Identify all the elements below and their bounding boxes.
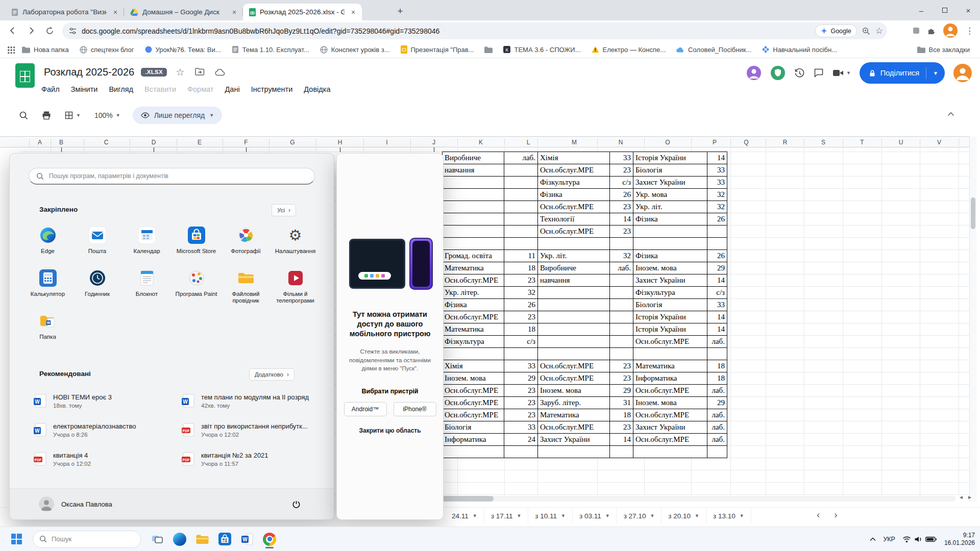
tab-close-icon[interactable]: × (349, 8, 358, 17)
browser-profile-avatar[interactable] (943, 23, 958, 38)
cell[interactable]: с/з (504, 336, 538, 348)
menu-item[interactable]: Дані (219, 82, 246, 96)
cell[interactable]: навчання (538, 274, 610, 287)
menu-item[interactable]: Змінити (65, 82, 104, 96)
bookmark-item[interactable]: Урок№76. Тема: Ви... (145, 46, 221, 54)
cell[interactable]: 33 (504, 421, 538, 434)
app-tile[interactable]: Файловий провідник (221, 266, 271, 309)
cell[interactable] (610, 323, 633, 336)
cell[interactable]: Математика (443, 323, 504, 336)
cell[interactable] (538, 336, 610, 348)
taskbar-task-view[interactable] (147, 529, 167, 549)
cell[interactable]: Інозем. мова (538, 385, 610, 397)
cell[interactable]: Фізика (633, 213, 707, 226)
device-button[interactable]: Android™ (344, 402, 387, 416)
cell[interactable]: 18 (707, 372, 727, 385)
browser-tab[interactable]: Лабораторна робота "Визнач× (5, 4, 124, 20)
cell[interactable]: 26 (707, 250, 727, 262)
column-header[interactable]: M (572, 137, 577, 148)
cell[interactable]: 29 (707, 262, 727, 274)
sheets-logo[interactable] (15, 63, 35, 88)
cell[interactable] (504, 348, 538, 360)
cell[interactable]: Захист України (633, 177, 707, 189)
column-header[interactable]: A (38, 137, 42, 148)
power-button[interactable] (287, 495, 305, 513)
cell[interactable] (504, 238, 538, 250)
cell[interactable] (443, 201, 504, 213)
collapse-toolbar-button[interactable] (947, 112, 954, 116)
cell[interactable] (538, 446, 610, 458)
menu-item[interactable]: Довідка (298, 82, 336, 96)
app-tile[interactable]: Годинник (72, 266, 122, 309)
app-tile[interactable]: Календар (122, 223, 172, 266)
cell[interactable]: 31 (610, 397, 633, 409)
cell[interactable]: Математика (538, 409, 610, 421)
vertical-scrollbar-thumb[interactable] (971, 197, 975, 229)
start-button[interactable] (6, 529, 27, 549)
cell[interactable] (633, 446, 707, 458)
cell[interactable] (538, 238, 610, 250)
cell[interactable]: Захист України (633, 274, 707, 287)
sheet-tab[interactable]: з 10.11▼ (528, 508, 573, 524)
cell[interactable]: 33 (504, 360, 538, 372)
cell[interactable]: 33 (707, 177, 727, 189)
column-header[interactable]: F (244, 137, 248, 148)
start-search-input[interactable] (49, 172, 307, 180)
bookmark-item[interactable]: Соловей_Посібник... (676, 46, 751, 54)
cell[interactable] (707, 238, 727, 250)
cell[interactable]: Громад. освіта (443, 250, 504, 262)
recommended-item[interactable]: PDFзвіт про використання неприбутк...Учо… (176, 415, 324, 444)
account-avatar[interactable] (953, 64, 972, 82)
menu-item[interactable]: Інструменти (246, 82, 299, 96)
cell[interactable]: 33 (610, 152, 633, 164)
cell[interactable]: Фізкультура (443, 336, 504, 348)
sheet-tab[interactable]: з 13.10▼ (706, 508, 751, 524)
cell[interactable]: Осн.обслуг.МРЕ (538, 201, 610, 213)
taskbar-store[interactable] (214, 529, 235, 549)
cell[interactable] (504, 177, 538, 189)
close-panel-link[interactable]: Закрити цю область (337, 427, 443, 434)
bookmark-item[interactable]: Навчальний посібн... (762, 46, 837, 54)
cell[interactable]: с/з (707, 287, 727, 299)
column-header[interactable]: K (479, 137, 483, 148)
bookmark-item[interactable]: Презентація "Прав... (401, 45, 474, 54)
cell[interactable] (707, 446, 727, 458)
cell[interactable]: Осн.обслуг.МРЕ (443, 397, 504, 409)
cell[interactable]: Інозем. мова (443, 372, 504, 385)
apps-grid-icon[interactable] (7, 46, 15, 54)
column-header[interactable]: C (104, 137, 109, 148)
cell[interactable]: лаб. (504, 152, 538, 164)
cell[interactable]: Інформатика (443, 434, 504, 446)
column-header[interactable]: N (619, 137, 623, 148)
cell[interactable] (633, 226, 707, 238)
taskbar-file-explorer[interactable] (192, 529, 212, 549)
cell[interactable]: 23 (504, 274, 538, 287)
cell[interactable]: Хімія (443, 360, 504, 372)
prev-sheets-icon[interactable]: ‹ (817, 509, 820, 520)
tab-close-icon[interactable]: × (111, 8, 120, 17)
cell[interactable]: 24 (504, 434, 538, 446)
cell[interactable]: Осн.обслуг.МРЕ (538, 164, 610, 177)
cell[interactable]: 14 (610, 213, 633, 226)
sheet-tab[interactable]: з 17.11▼ (484, 508, 529, 524)
recommended-item[interactable]: PDFквитанція №2 за 2021Учора о 11:57 (176, 444, 324, 473)
cell[interactable]: Осн.обслуг.МРЕ (443, 274, 504, 287)
site-settings-icon[interactable] (69, 27, 77, 35)
cell[interactable] (504, 213, 538, 226)
cell[interactable]: лаб. (707, 385, 727, 397)
forward-button[interactable] (22, 22, 40, 39)
cell[interactable]: 14 (707, 323, 727, 336)
cell[interactable]: Математика (443, 262, 504, 274)
cell[interactable] (610, 348, 633, 360)
cell[interactable]: 23 (610, 421, 633, 434)
meet-button[interactable]: ▼ (832, 69, 851, 77)
cell[interactable]: 29 (707, 397, 727, 409)
move-to-folder-icon[interactable] (193, 65, 207, 79)
cell[interactable] (538, 311, 610, 323)
print-button[interactable] (37, 106, 56, 124)
recommended-item[interactable]: WелектроматеріалознавствоУчора о 8:26 (28, 415, 176, 444)
taskbar-edge[interactable] (169, 529, 190, 549)
cell[interactable]: Інозем. мова (633, 262, 707, 274)
cell[interactable]: 11 (504, 250, 538, 262)
cell[interactable]: лаб. (610, 262, 633, 274)
